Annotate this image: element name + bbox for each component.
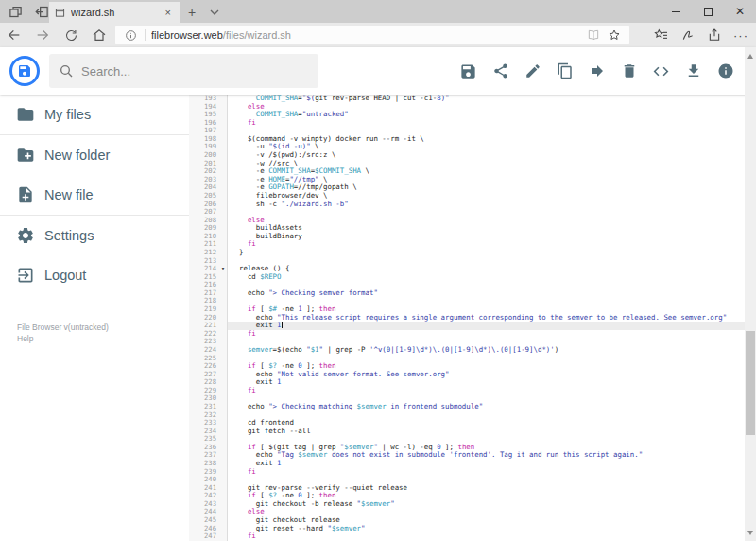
- fold-gutter: [219, 289, 228, 298]
- code-line[interactable]: 206 sh -c "./wizard.sh -b": [189, 201, 745, 209]
- favorite-star-icon[interactable]: [604, 26, 625, 44]
- browser-tab[interactable]: wizard.sh ×: [49, 2, 180, 23]
- sidebar-item-logout[interactable]: Logout: [0, 255, 189, 295]
- code-text: buildBinary: [228, 233, 745, 241]
- fold-gutter: [219, 273, 228, 282]
- fold-gutter: [219, 192, 228, 201]
- code-line[interactable]: 193 COMMIT_SHA="$(git rev-parse HEAD | c…: [189, 95, 745, 103]
- code-text: git checkout -b release "$semver": [228, 500, 745, 509]
- fold-gutter: [219, 428, 228, 436]
- code-line[interactable]: 234 git fetch --all: [189, 428, 745, 436]
- close-window-button[interactable]: ✕: [724, 0, 756, 23]
- minimize-button[interactable]: [660, 0, 692, 23]
- code-line[interactable]: 229 fi: [189, 387, 745, 395]
- sidebar-item-settings[interactable]: Settings: [0, 216, 189, 255]
- fold-gutter: [219, 119, 228, 128]
- browser-window: wizard.sh × + ✕ fil: [0, 0, 756, 541]
- more-menu-icon[interactable]: ···: [728, 24, 754, 46]
- hub-favorites-icon[interactable]: [648, 24, 675, 46]
- fold-gutter: [219, 419, 228, 428]
- page-scrollbar[interactable]: [745, 47, 756, 541]
- delete-button[interactable]: [619, 61, 639, 81]
- code-line[interactable]: 247 fi: [189, 532, 745, 541]
- sidebar-item-new-file[interactable]: New file: [0, 175, 189, 215]
- sidebar-item-my-files[interactable]: My files: [0, 95, 189, 134]
- code-line[interactable]: 231 echo "> Checking matching $semver in…: [189, 403, 745, 411]
- scrollbar-down-icon[interactable]: [745, 526, 756, 539]
- url-divider: [145, 29, 146, 41]
- save-button[interactable]: [458, 61, 478, 81]
- refresh-icon[interactable]: [57, 24, 85, 46]
- code-line[interactable]: 212}: [189, 249, 745, 257]
- sidebar: My files New folder New file: [0, 95, 189, 541]
- code-line[interactable]: 207: [189, 208, 745, 217]
- share-button[interactable]: [490, 61, 510, 81]
- create-new-folder-icon: [16, 146, 35, 165]
- code-line[interactable]: 224 semver=$(echo "$1" | grep -P '^v(0|[…: [189, 346, 745, 355]
- tab-close-icon[interactable]: ×: [163, 7, 174, 18]
- fold-marker-icon[interactable]: ▾: [219, 265, 228, 273]
- url-path: /files/wizard.sh: [223, 29, 291, 41]
- code-line[interactable]: 239 fi: [189, 468, 745, 477]
- tabs-set-aside-icon[interactable]: [7, 3, 24, 20]
- set-tabs-aside-icon[interactable]: [33, 3, 50, 20]
- code-text: echo "Tag $semver does not exist in subm…: [228, 451, 745, 460]
- app-version-text: File Browser v(untracked): [17, 323, 109, 332]
- fold-gutter: [219, 224, 228, 233]
- fold-gutter: [219, 338, 228, 346]
- edit-button[interactable]: [523, 61, 542, 81]
- download-button[interactable]: [683, 61, 703, 81]
- code-line[interactable]: 243 git checkout -b release "$semver": [189, 500, 745, 509]
- fold-gutter: [219, 127, 228, 135]
- app-header: [0, 47, 756, 95]
- address-bar[interactable]: filebrowser.web/files/wizard.sh: [115, 26, 629, 44]
- copy-button[interactable]: [555, 61, 575, 81]
- tab-title: wizard.sh: [71, 7, 163, 18]
- code-line[interactable]: 228 exit 1: [189, 378, 745, 387]
- share-icon[interactable]: [701, 24, 728, 46]
- fold-gutter: [219, 111, 228, 119]
- code-line[interactable]: 221 exit 1: [189, 322, 745, 330]
- site-info-icon[interactable]: [120, 26, 141, 44]
- new-tab-button[interactable]: +: [180, 2, 204, 23]
- code-text: echo "Not valid semver format. See semve…: [228, 371, 745, 379]
- code-text: fi: [228, 387, 745, 395]
- url-text[interactable]: filebrowser.web/files/wizard.sh: [151, 29, 583, 41]
- code-line[interactable]: 246 git reset --hard "$semver": [189, 525, 745, 533]
- search-box[interactable]: [49, 54, 318, 88]
- fold-gutter: [219, 297, 228, 305]
- filebrowser-logo-icon[interactable]: [9, 56, 40, 86]
- web-note-pen-icon[interactable]: [675, 24, 701, 46]
- code-editor[interactable]: 193 COMMIT_SHA="$(git rev-parse HEAD | c…: [189, 95, 745, 541]
- forward-icon[interactable]: [28, 24, 57, 46]
- maximize-button[interactable]: [692, 0, 724, 23]
- code-line[interactable]: 222 fi: [189, 330, 745, 339]
- scrollbar-thumb[interactable]: [746, 331, 755, 435]
- sidebar-item-label: My files: [44, 107, 91, 122]
- search-input[interactable]: [81, 64, 289, 79]
- tab-preview-chevron-icon[interactable]: [204, 2, 225, 23]
- code-line[interactable]: 211 fi: [189, 240, 745, 249]
- code-text: exit 1: [228, 322, 745, 330]
- back-icon[interactable]: [0, 24, 28, 46]
- fold-gutter: [219, 151, 228, 160]
- code-text: buildAssets: [228, 224, 745, 233]
- move-button[interactable]: [587, 61, 607, 81]
- code-line[interactable]: 210 buildBinary: [189, 233, 745, 241]
- code-line[interactable]: 238 exit 1: [189, 460, 745, 468]
- code-line[interactable]: 196 fi: [189, 119, 745, 128]
- code-text: echo "> Checking semver format": [228, 289, 745, 298]
- scrollbar-up-icon[interactable]: [745, 49, 756, 62]
- file-actions-toolbar: [458, 61, 735, 81]
- code-line[interactable]: 217 echo "> Checking semver format": [189, 289, 745, 298]
- home-icon[interactable]: [85, 24, 113, 46]
- info-button[interactable]: [715, 61, 735, 81]
- code-view-button[interactable]: [651, 61, 671, 81]
- fold-gutter: [219, 411, 228, 420]
- code-line[interactable]: 215 cd $REPO: [189, 273, 745, 282]
- help-link[interactable]: Help: [17, 333, 189, 344]
- code-text: COMMIT_SHA="$(git rev-parse HEAD | cut -…: [228, 95, 745, 103]
- code-line[interactable]: 195 COMMIT_SHA="untracked": [189, 111, 745, 119]
- reading-view-icon[interactable]: [583, 26, 604, 44]
- sidebar-item-new-folder[interactable]: New folder: [0, 135, 189, 175]
